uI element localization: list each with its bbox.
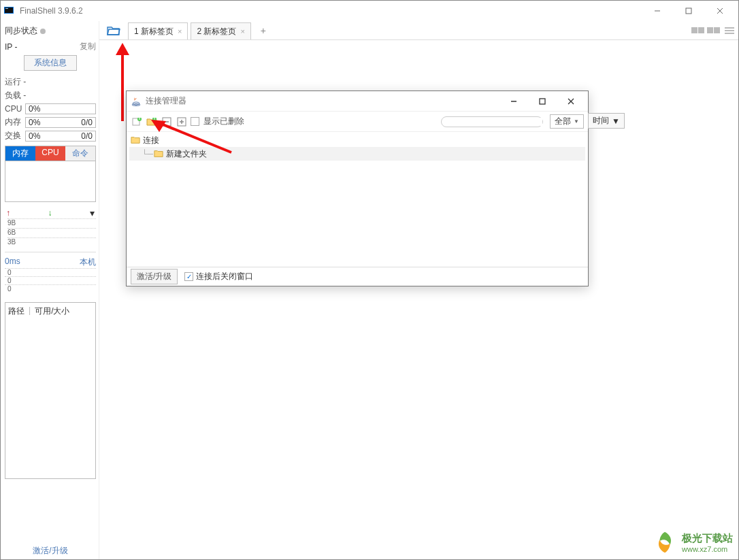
java-icon: [131, 96, 142, 107]
sync-status: 同步状态: [5, 25, 96, 37]
dialog-minimize-button[interactable]: [505, 93, 523, 110]
dropdown-icon[interactable]: ▾: [90, 208, 95, 218]
tab-2[interactable]: 2 新标签页 ×: [191, 22, 250, 39]
perf-graph: [5, 161, 96, 202]
connection-tree[interactable]: 连接 └─ 新建文件夹: [127, 132, 588, 267]
path-header: 路径: [8, 306, 24, 317]
load-label: 负载 -: [5, 90, 26, 101]
tree-root-label: 连接: [143, 135, 159, 146]
minimize-button[interactable]: [642, 1, 673, 20]
watermark-logo-icon: [652, 529, 678, 555]
svg-marker-8: [116, 43, 129, 55]
maximize-button[interactable]: [673, 1, 704, 20]
tab-label: 1 新标签页: [134, 26, 174, 37]
close-icon[interactable]: ×: [240, 27, 244, 35]
size-header: 可用/大小: [35, 306, 69, 317]
svg-text:+: +: [137, 116, 142, 122]
show-deleted-label: 显示已删除: [203, 116, 244, 127]
svg-text:+: +: [152, 116, 157, 122]
search-box[interactable]: [441, 116, 543, 127]
local-label[interactable]: 本机: [80, 257, 96, 268]
swap-meter: 0%0/0: [25, 131, 96, 142]
status-dot-icon: [40, 29, 46, 34]
net-indicators: ↑ ↓ ▾: [5, 208, 96, 218]
net-graph: 9B 6B 3B: [5, 218, 96, 252]
tab-1[interactable]: 1 新标签页 ×: [128, 22, 188, 39]
svg-rect-12: [540, 99, 545, 104]
ping-graph: 0 0 0: [5, 268, 96, 295]
show-deleted-checkbox[interactable]: [191, 117, 199, 126]
tree-root-row[interactable]: 连接: [129, 133, 585, 147]
tree-child-row[interactable]: └─ 新建文件夹: [129, 147, 585, 161]
sidebar: 同步状态 IP - 复制 系统信息 运行 - 负载 - CPU0% 内存0%0/…: [1, 21, 99, 559]
add-tab-button[interactable]: +: [255, 21, 272, 39]
cpu-tab[interactable]: CPU: [35, 146, 65, 161]
download-arrow-icon: ↓: [48, 208, 52, 218]
dialog-toolbar: + + 显示已删除 全部▼ 时间▼: [127, 112, 588, 132]
dialog-title: 连接管理器: [146, 95, 186, 107]
folder-icon: [154, 149, 163, 159]
dialog-close-button[interactable]: [562, 93, 580, 110]
watermark: 极光下载站 www.xz7.com: [652, 529, 733, 555]
mem-meter: 0%0/0: [25, 117, 96, 128]
app-icon: [3, 5, 14, 16]
folder-icon: [131, 135, 140, 145]
cpu-meter: 0%: [25, 103, 96, 114]
close-icon[interactable]: ×: [178, 27, 182, 35]
swap-label: 交换: [5, 130, 25, 142]
mem-tab[interactable]: 内存: [5, 146, 35, 161]
activate-button[interactable]: 激活/升级: [131, 269, 178, 284]
tab-label: 2 新标签页: [197, 26, 236, 37]
tree-child-label: 新建文件夹: [166, 148, 207, 160]
new-folder-button[interactable]: +: [146, 116, 158, 128]
watermark-title: 极光下载站: [682, 532, 733, 545]
ip-label: IP -: [5, 42, 17, 52]
list-view-icon[interactable]: [725, 27, 734, 34]
mem-label: 内存: [5, 116, 25, 128]
titlebar: FinalShell 3.9.6.2: [1, 1, 738, 21]
time-dropdown[interactable]: 时间▼: [588, 113, 625, 129]
run-label: 运行 -: [5, 76, 26, 88]
copy-button[interactable]: 复制: [80, 41, 96, 52]
sync-status-label: 同步状态: [5, 25, 37, 37]
tabstrip: 1 新标签页 × 2 新标签页 × +: [99, 21, 738, 40]
ping-label: 0ms: [5, 257, 20, 268]
path-panel: 路径 | 可用/大小: [5, 302, 96, 479]
watermark-url: www.xz7.com: [682, 545, 733, 553]
sysinfo-button[interactable]: 系统信息: [24, 55, 77, 71]
svg-rect-4: [686, 8, 691, 14]
dialog-maximize-button[interactable]: [533, 93, 551, 110]
upload-arrow-icon: ↑: [6, 208, 10, 218]
svg-rect-2: [5, 8, 8, 9]
expand-button[interactable]: [176, 116, 188, 128]
activate-link[interactable]: 激活/升级: [5, 545, 96, 557]
dialog-titlebar: 连接管理器: [127, 91, 588, 112]
close-button[interactable]: [704, 1, 736, 20]
chart-tab-toggle: 内存 CPU 命令: [5, 146, 96, 161]
cmd-tab[interactable]: 命令: [65, 146, 95, 161]
window-title: FinalShell 3.9.6.2: [20, 6, 83, 16]
close-after-checkbox[interactable]: [184, 272, 193, 281]
cpu-label: CPU: [5, 104, 25, 114]
filter-dropdown[interactable]: 全部▼: [550, 114, 584, 129]
close-after-label: 连接后关闭窗口: [196, 271, 253, 282]
search-input[interactable]: [448, 118, 542, 126]
open-folder-button[interactable]: [102, 21, 125, 39]
collapse-button[interactable]: [161, 116, 173, 128]
dialog-footer: 激活/升级 连接后关闭窗口: [127, 267, 588, 286]
grid-view-icon-2[interactable]: [707, 27, 720, 33]
connection-manager-dialog: 连接管理器 + + 显示已删除 全部▼ 时间▼: [126, 90, 589, 286]
grid-view-icon[interactable]: [691, 27, 704, 33]
new-connection-button[interactable]: +: [131, 116, 143, 128]
